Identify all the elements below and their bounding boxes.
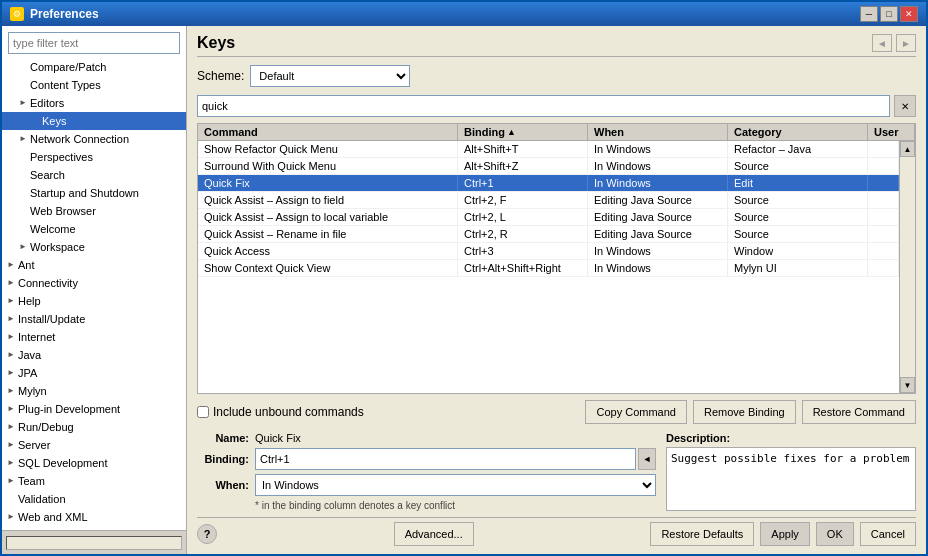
cell-when: In Windows [588,175,728,191]
sidebar-item-keys[interactable]: Keys [2,112,186,130]
binding-clear-btn[interactable]: ◄ [638,448,656,470]
cell-when: In Windows [588,158,728,174]
tree-arrow-install-update [6,314,16,324]
sidebar-item-startup-shutdown[interactable]: Startup and Shutdown [2,184,186,202]
sidebar-item-perspectives[interactable]: Perspectives [2,148,186,166]
include-unbound-label: Include unbound commands [213,405,364,419]
sidebar-item-mylyn[interactable]: Mylyn [2,382,186,400]
cell-category: Edit [728,175,868,191]
sidebar-item-run-debug[interactable]: Run/Debug [2,418,186,436]
cell-user [868,226,899,242]
back-arrow[interactable]: ◄ [872,34,892,52]
tree-arrow-connectivity [6,278,16,288]
sidebar-item-server[interactable]: Server [2,436,186,454]
cell-user [868,192,899,208]
tree-arrow-workspace [18,242,28,252]
col-header-command: Command [198,124,458,140]
forward-arrow[interactable]: ► [896,34,916,52]
cell-user [868,141,899,157]
sidebar-item-label: Web Browser [30,203,96,219]
maximize-button[interactable]: □ [880,6,898,22]
cell-user [868,209,899,225]
scroll-track[interactable] [900,157,915,377]
restore-defaults-button[interactable]: Restore Defaults [650,522,754,546]
table-row[interactable]: Show Context Quick ViewCtrl+Alt+Shift+Ri… [198,260,899,277]
cancel-button[interactable]: Cancel [860,522,916,546]
sidebar-item-label: Search [30,167,65,183]
desc-label: Description: [666,432,916,444]
apply-button[interactable]: Apply [760,522,810,546]
sidebar-item-workspace[interactable]: Workspace [2,238,186,256]
horizontal-scrollbar[interactable] [6,536,182,550]
tree-arrow-ant [6,260,16,270]
table-row[interactable]: Quick Assist – Assign to fieldCtrl+2, FE… [198,192,899,209]
cell-category: Window [728,243,868,259]
sidebar-item-ant[interactable]: Ant [2,256,186,274]
table-row[interactable]: Show Refactor Quick MenuAlt+Shift+TIn Wi… [198,141,899,158]
tree-arrow-network-connection [18,134,28,144]
tree-arrow-web-xml [6,512,16,522]
sidebar-item-web-browser[interactable]: Web Browser [2,202,186,220]
when-select[interactable]: In Windows Editing Java Source Editing T… [255,474,656,496]
sidebar-item-label: Validation [18,491,66,507]
sidebar-item-welcome[interactable]: Welcome [2,220,186,238]
tree-arrow-run-debug [6,422,16,432]
sidebar-item-help[interactable]: Help [2,292,186,310]
sidebar-item-plugin-dev[interactable]: Plug-in Development [2,400,186,418]
binding-input[interactable] [255,448,636,470]
cell-category: Source [728,158,868,174]
sidebar-item-search[interactable]: Search [2,166,186,184]
sidebar-item-jpa[interactable]: JPA [2,364,186,382]
scroll-down-btn[interactable]: ▼ [900,377,915,393]
cell-command: Quick Assist – Rename in file [198,226,458,242]
search-icon-button[interactable]: ✕ [894,95,916,117]
scheme-select[interactable]: Default [250,65,410,87]
cell-user [868,158,899,174]
sidebar-item-network-connection[interactable]: Network Connection [2,130,186,148]
restore-command-button[interactable]: Restore Command [802,400,916,424]
cell-category: Mylyn UI [728,260,868,276]
sidebar-item-web-xml[interactable]: Web and XML [2,508,186,526]
sidebar-item-editors[interactable]: Editors [2,94,186,112]
include-unbound-checkbox[interactable] [197,406,209,418]
table-row[interactable]: Quick FixCtrl+1In WindowsEdit [198,175,899,192]
sidebar-item-label: Java [18,347,41,363]
sidebar-item-compare-patch[interactable]: Compare/Patch [2,58,186,76]
cell-command: Quick Access [198,243,458,259]
sidebar-item-validation[interactable]: Validation [2,490,186,508]
sidebar-item-java[interactable]: Java [2,346,186,364]
cell-binding: Ctrl+2, L [458,209,588,225]
cell-command: Quick Assist – Assign to local variable [198,209,458,225]
main-title-row: Keys ◄ ► [197,34,916,57]
keys-table: Command Binding ▲ When Category User [197,123,916,394]
tree-arrow-team [6,476,16,486]
minimize-button[interactable]: ─ [860,6,878,22]
filter-input[interactable] [8,32,180,54]
ok-button[interactable]: OK [816,522,854,546]
table-row[interactable]: Quick AccessCtrl+3In WindowsWindow [198,243,899,260]
advanced-button[interactable]: Advanced... [394,522,474,546]
sidebar-tree: Compare/PatchContent TypesEditorsKeysNet… [2,58,186,530]
remove-binding-button[interactable]: Remove Binding [693,400,796,424]
table-row[interactable]: Quick Assist – Assign to local variableC… [198,209,899,226]
help-button[interactable]: ? [197,524,217,544]
close-button[interactable]: ✕ [900,6,918,22]
sidebar-item-label: Team [18,473,45,489]
table-row[interactable]: Surround With Quick MenuAlt+Shift+ZIn Wi… [198,158,899,175]
sidebar-item-install-update[interactable]: Install/Update [2,310,186,328]
sidebar-item-label: Startup and Shutdown [30,185,139,201]
name-value: Quick Fix [255,432,301,444]
cell-when: In Windows [588,141,728,157]
sidebar-item-content-types[interactable]: Content Types [2,76,186,94]
sidebar-item-label: SQL Development [18,455,107,471]
sidebar-item-sql-dev[interactable]: SQL Development [2,454,186,472]
copy-command-button[interactable]: Copy Command [585,400,686,424]
scroll-up-btn[interactable]: ▲ [900,141,915,157]
sidebar-item-team[interactable]: Team [2,472,186,490]
sidebar-item-connectivity[interactable]: Connectivity [2,274,186,292]
col-header-binding: Binding ▲ [458,124,588,140]
search-input[interactable] [197,95,890,117]
table-row[interactable]: Quick Assist – Rename in fileCtrl+2, REd… [198,226,899,243]
sidebar-item-internet[interactable]: Internet [2,328,186,346]
footer-row: ? Advanced... Restore Defaults Apply OK … [197,517,916,546]
